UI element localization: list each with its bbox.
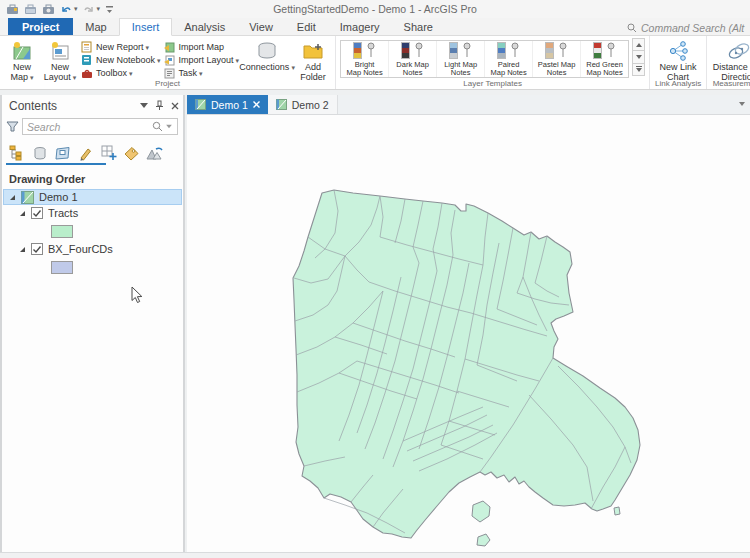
list-by-drawing-order-icon[interactable] bbox=[8, 145, 25, 162]
new-layout-button[interactable]: New Layout bbox=[42, 39, 78, 83]
command-search-text: Command Search (Alt bbox=[641, 22, 744, 34]
tab-share[interactable]: Share bbox=[392, 18, 445, 35]
import-layout-icon bbox=[163, 54, 176, 66]
list-by-selection-icon[interactable] bbox=[54, 145, 71, 162]
expander-icon[interactable] bbox=[19, 246, 26, 253]
title-bar: GettingStartedDemo - Demo 1 - ArcGIS Pro bbox=[0, 0, 750, 18]
ribbon-tab-row: Project Map Insert Analysis View Edit Im… bbox=[0, 18, 750, 36]
map-notes-icon bbox=[353, 42, 376, 61]
search-icon bbox=[627, 23, 637, 33]
link-chart-icon bbox=[666, 40, 690, 62]
distance-and-direction-button[interactable]: Distance and Direction bbox=[711, 39, 750, 82]
list-by-snapping-icon[interactable] bbox=[100, 145, 117, 162]
map-notes-icon bbox=[401, 42, 424, 61]
new-report-button[interactable]: New Report bbox=[80, 41, 161, 53]
tab-view[interactable]: View bbox=[237, 18, 285, 35]
pin-icon[interactable] bbox=[155, 100, 164, 111]
ribbon-group-project: New Map New Layout New Report bbox=[0, 36, 336, 89]
map-item-label: Demo 1 bbox=[39, 191, 78, 203]
view-tab-demo1[interactable]: Demo 1 bbox=[187, 95, 268, 114]
tree-item-layer-bx-fourcds[interactable]: BX_FourCDs bbox=[2, 241, 183, 257]
list-by-data-source-icon[interactable] bbox=[31, 145, 48, 162]
expander-icon[interactable] bbox=[9, 194, 16, 201]
new-notebook-button[interactable]: New Notebook bbox=[80, 54, 161, 66]
ribbon-group-layer-templates: Bright Map Notes Dark Map Notes bbox=[336, 36, 650, 89]
tree-item-map[interactable]: Demo 1 bbox=[3, 189, 182, 205]
contents-search-input[interactable]: Search bbox=[22, 118, 178, 135]
layer-visibility-checkbox[interactable] bbox=[31, 243, 43, 255]
new-report-icon bbox=[80, 41, 93, 53]
expander-icon[interactable] bbox=[19, 210, 26, 217]
ribbon-group-link-analysis: New Link Chart Link Analysis bbox=[650, 36, 707, 89]
contents-pane-title: Contents bbox=[9, 99, 57, 113]
map-icon bbox=[21, 191, 34, 204]
tab-imagery[interactable]: Imagery bbox=[328, 18, 392, 35]
gallery-scroll-up-icon[interactable] bbox=[632, 38, 645, 51]
view-tab-label: Demo 1 bbox=[211, 99, 248, 111]
layer-template-light-map-notes[interactable]: Light Map Notes bbox=[437, 41, 485, 77]
drawing-order-label: Drawing Order bbox=[2, 165, 183, 189]
contents-toolbar bbox=[2, 139, 183, 163]
new-link-chart-button[interactable]: New Link Chart bbox=[654, 39, 702, 82]
tab-map[interactable]: Map bbox=[73, 18, 118, 35]
layer-template-paired-map-notes[interactable]: Paired Map Notes bbox=[485, 41, 533, 77]
list-by-labeling-icon[interactable] bbox=[123, 145, 140, 162]
contents-pane: Contents Search bbox=[0, 95, 185, 552]
close-icon[interactable] bbox=[171, 102, 179, 110]
pin-icon bbox=[366, 42, 376, 59]
view-tab-strip: Demo 1 Demo 2 bbox=[187, 95, 750, 115]
view-tab-label: Demo 2 bbox=[292, 99, 329, 111]
close-icon[interactable] bbox=[253, 101, 260, 108]
import-layout-button[interactable]: Import Layout bbox=[163, 54, 240, 66]
import-map-button[interactable]: Import Map bbox=[163, 41, 240, 53]
map-notes-icon bbox=[593, 42, 616, 61]
tab-analysis[interactable]: Analysis bbox=[172, 18, 237, 35]
layer-template-red-green-map-notes[interactable]: Red Green Map Notes bbox=[581, 41, 628, 77]
gallery-scroll-down-icon[interactable] bbox=[632, 50, 645, 63]
layer-visibility-checkbox[interactable] bbox=[31, 207, 43, 219]
layer-template-dark-map-notes[interactable]: Dark Map Notes bbox=[389, 41, 437, 77]
tab-project[interactable]: Project bbox=[8, 18, 73, 35]
search-options-chevron-icon[interactable] bbox=[166, 125, 172, 129]
search-icon bbox=[152, 121, 163, 132]
group-label-measurements: Measurements bbox=[707, 79, 750, 88]
check-icon bbox=[32, 209, 42, 218]
list-by-editing-icon[interactable] bbox=[77, 145, 94, 162]
toolbox-button[interactable]: Toolbox bbox=[80, 67, 161, 79]
layer-templates-gallery: Bright Map Notes Dark Map Notes bbox=[340, 40, 629, 78]
pane-menu-chevron-icon[interactable] bbox=[140, 103, 148, 108]
filter-icon[interactable] bbox=[6, 120, 19, 133]
map-icon bbox=[276, 99, 287, 110]
view-tab-demo2[interactable]: Demo 2 bbox=[268, 95, 338, 114]
task-button[interactable]: Task bbox=[163, 67, 240, 79]
new-map-icon bbox=[11, 40, 33, 62]
pin-icon bbox=[558, 42, 568, 59]
layer-template-pastel-map-notes[interactable]: Pastel Map Notes bbox=[533, 41, 581, 77]
new-notebook-icon bbox=[80, 54, 93, 66]
tab-edit[interactable]: Edit bbox=[285, 18, 328, 35]
tree-item-layer-tracts[interactable]: Tracts bbox=[2, 205, 183, 221]
list-by-perspective-icon[interactable] bbox=[146, 145, 163, 162]
connections-button[interactable]: Connections bbox=[241, 39, 293, 73]
tab-list-chevron-icon[interactable] bbox=[739, 102, 745, 106]
map-notes-icon bbox=[497, 42, 520, 61]
layer-template-bright-map-notes[interactable]: Bright Map Notes bbox=[341, 41, 389, 77]
map-canvas[interactable] bbox=[187, 115, 750, 552]
new-map-button[interactable]: New Map bbox=[4, 39, 40, 83]
add-folder-button[interactable]: Add Folder bbox=[295, 39, 331, 82]
command-search[interactable]: Command Search (Alt bbox=[627, 21, 750, 35]
layer-label: Tracts bbox=[48, 207, 78, 219]
bx-fourcds-symbol-swatch[interactable] bbox=[51, 261, 73, 274]
pin-icon bbox=[510, 42, 520, 59]
gallery-expand-icon[interactable] bbox=[632, 63, 645, 76]
search-placeholder: Search bbox=[27, 121, 152, 133]
group-label-project: Project bbox=[0, 79, 335, 88]
check-icon bbox=[32, 245, 42, 254]
map-view: Demo 1 Demo 2 bbox=[187, 95, 750, 552]
tracts-symbol-swatch[interactable] bbox=[51, 225, 73, 238]
add-folder-icon bbox=[301, 40, 325, 62]
tab-insert[interactable]: Insert bbox=[119, 18, 173, 36]
task-icon bbox=[163, 67, 176, 79]
ribbon: New Map New Layout New Report bbox=[0, 36, 750, 90]
map-notes-icon bbox=[545, 42, 568, 61]
